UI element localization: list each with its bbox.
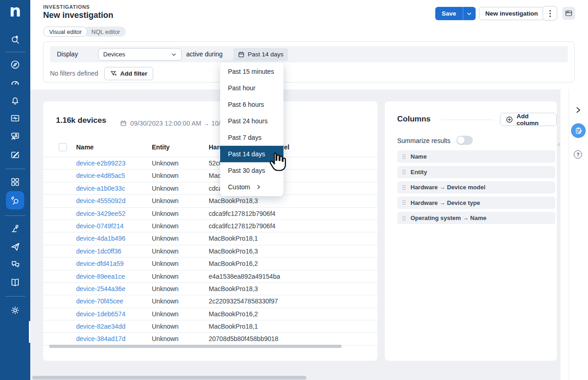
result-count: 1.16k devices [56,116,106,125]
column-item-label: Entity [410,169,427,176]
table-row: device-70f45cee Unknown 2c22093254785833… [43,295,377,308]
table-row: device-384ad17d Unknown 20708d5b80f458bb… [43,333,377,345]
ai-search-icon[interactable] [10,34,21,45]
drag-handle-icon[interactable] [402,169,406,175]
investigations-icon[interactable] [10,195,21,206]
time-range-option[interactable]: Past 15 minutes [220,63,283,80]
table-row: device-82ae34dd Unknown MacBookPro18,1 [43,320,377,333]
gauge-icon[interactable] [10,77,21,88]
device-link[interactable]: device-1dc0ff36 [76,248,122,255]
model-cell: MacBookPro16,2 [209,310,258,318]
book-icon[interactable] [10,277,21,288]
model-cell: Mac [209,172,221,179]
nexthink-logo[interactable]: n [0,1,30,21]
time-range-option[interactable]: Past 7 days [220,129,283,146]
device-link[interactable]: device-e2b99223 [76,160,125,167]
display-row: Display Devices active during Past 14 da… [50,46,568,62]
help-button[interactable]: ? [574,150,582,159]
tab-visual-editor[interactable]: Visual editor [43,27,88,37]
apps-grid-icon[interactable] [10,176,21,187]
table-row: device-4da1b496 Unknown MacBookPro18,1 [43,232,377,245]
model-cell: cdca9fc127812b7906f4 [209,222,276,230]
save-split-button[interactable]: Save [435,7,476,20]
table-body: device-e2b99223 Unknown 52c0 device-e4d8… [43,157,377,346]
time-range-option[interactable]: Past hour [220,80,283,96]
editor-tabs: Visual editor NQL editor [43,27,126,37]
time-range-option[interactable]: Custom [220,179,283,195]
column-item[interactable]: Entity [397,166,555,178]
time-range-option[interactable]: Past 6 hours [220,96,283,113]
assist-button[interactable] [571,123,586,138]
active-during-label: active during [186,50,222,58]
summarize-label: Summarize results [397,137,450,144]
device-link[interactable]: device-1deb6574 [76,310,125,318]
more-options-button[interactable] [543,6,557,21]
device-link[interactable]: device-4555092d [76,197,125,204]
device-link[interactable]: device-3429ee52 [76,210,125,217]
device-link[interactable]: device-0749f214 [76,222,124,230]
drag-handle-icon[interactable] [402,185,406,190]
drag-handle-icon[interactable] [402,200,406,205]
column-item[interactable]: Hardware → Device model [397,181,555,193]
automation-arm-icon[interactable] [10,223,21,234]
entity-cell: Unknown [152,323,178,330]
model-cell: MacBookPro16,3 [209,248,258,255]
remote-session-icon[interactable] [10,131,21,142]
device-link[interactable]: device-70f45cee [76,297,123,305]
gear-icon[interactable] [10,305,21,316]
model-cell: 20708d5b80f458bb9018 [209,335,278,342]
edit-panel-icon[interactable] [10,149,21,160]
add-filter-button[interactable]: Add filter [104,67,153,80]
column-item-label: Name [410,153,427,160]
panel-resize-handle[interactable] [557,143,560,146]
save-button[interactable]: Save [435,7,463,20]
table-row: device-2544a36e Unknown MacBookPro18,3 [43,283,377,295]
bell-icon[interactable] [10,95,21,106]
model-cell: MacBookPro16,2 [209,260,258,267]
time-range-button[interactable]: Past 14 days [233,48,288,61]
save-menu-button[interactable] [463,7,476,20]
device-link[interactable]: device-e4d85ac5 [76,172,125,179]
column-header-entity[interactable]: Entity [152,143,170,151]
entity-cell: Unknown [152,222,178,230]
table-horizontal-scrollbar[interactable] [49,345,342,348]
sidebar: n [0,0,30,380]
entity-cell: Unknown [152,248,178,255]
model-cell: e4a1538ea892a49154ba [209,273,280,280]
column-header-name[interactable]: Name [76,143,94,151]
chat-icon[interactable] [10,259,21,270]
monitor-pulse-icon[interactable] [10,113,21,124]
table-row: device-89eea1ce Unknown e4a1538ea892a491… [43,270,377,283]
device-link[interactable]: device-82ae34dd [76,323,125,330]
device-link[interactable]: device-89eea1ce [76,273,125,280]
entity-cell: Unknown [152,235,178,242]
summarize-toggle[interactable] [456,136,473,145]
rocket-icon[interactable] [10,241,21,252]
compass-icon[interactable] [10,59,21,70]
column-item-label: Hardware → Device model [410,184,485,191]
new-investigation-button[interactable]: New investigation [479,7,544,20]
device-link[interactable]: device-2544a36e [76,285,125,292]
device-link[interactable]: device-4da1b496 [76,235,125,242]
display-select[interactable]: Devices [98,48,182,61]
device-link[interactable]: device-384ad17d [76,335,125,342]
drag-handle-icon[interactable] [402,154,406,160]
device-link[interactable]: device-dfd41a59 [76,260,124,267]
column-item[interactable]: Operating system → Name [397,212,555,224]
no-filters-text: No filters defined [50,70,98,77]
layout-toggle-button[interactable] [562,7,575,20]
tab-nql-editor[interactable]: NQL editor [84,27,125,37]
time-range-option[interactable]: Past 24 hours [220,113,283,129]
collapse-panel-button[interactable] [575,106,582,114]
sidebar-divider [5,52,25,52]
device-link[interactable]: device-a1b0e33c [76,185,125,192]
column-item[interactable]: Name [397,150,555,163]
select-all-checkbox[interactable] [59,143,67,151]
time-range-menu: Past 15 minutes Past hour Past 6 hours P… [220,62,283,196]
drag-handle-icon[interactable] [402,215,406,221]
page-horizontal-scrollbar[interactable] [32,376,306,380]
column-item[interactable]: Hardware → Device type [397,197,555,209]
entity-cell: Unknown [152,197,178,204]
display-select-value: Devices [103,51,125,58]
add-column-button[interactable]: Add column [500,113,557,126]
